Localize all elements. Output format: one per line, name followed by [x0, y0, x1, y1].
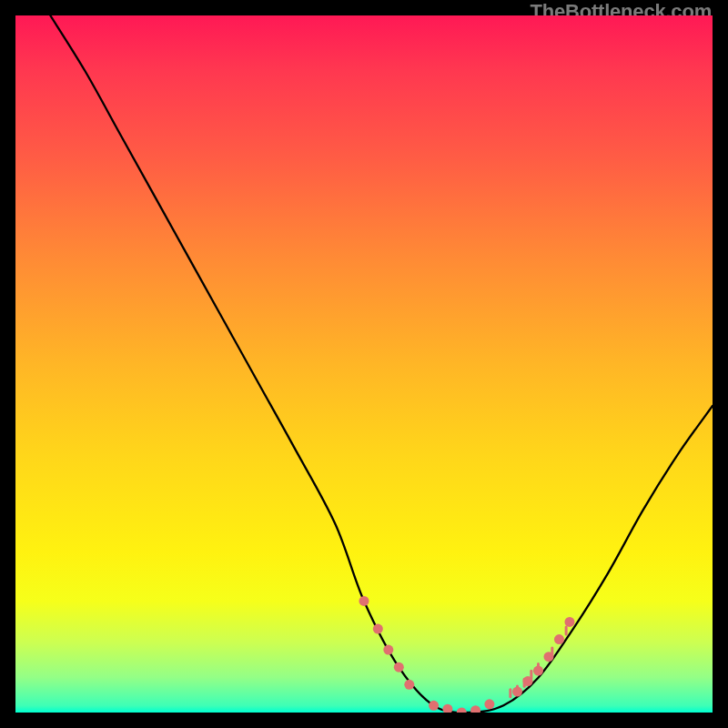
marker-dot	[359, 596, 369, 606]
marker-dot	[554, 634, 564, 644]
curve-path	[50, 15, 713, 713]
curve-svg	[15, 15, 713, 713]
chart-container: TheBottleneck.com	[0, 0, 728, 728]
marker-dot	[404, 680, 414, 690]
marker-dot	[442, 704, 452, 713]
marker-dot	[383, 645, 393, 655]
marker-dot	[457, 708, 467, 713]
bottleneck-curve	[50, 15, 713, 713]
marker-dot	[564, 617, 574, 627]
marker-dot	[484, 699, 494, 709]
plot-area	[15, 15, 713, 713]
marker-dot	[429, 701, 439, 711]
marker-dot	[373, 624, 383, 634]
marker-dot	[470, 705, 480, 713]
marker-dot	[394, 662, 404, 672]
